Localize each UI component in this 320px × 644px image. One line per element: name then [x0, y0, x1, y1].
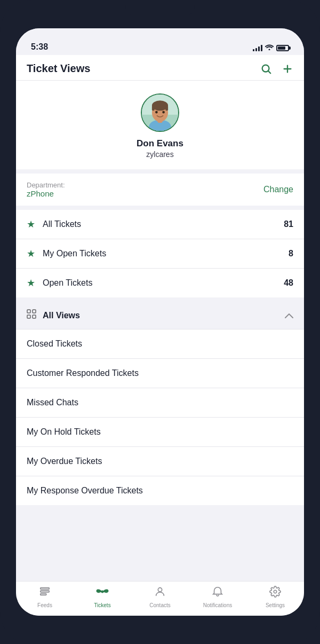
- view-item-closed-tickets[interactable]: Closed Tickets: [16, 329, 304, 359]
- notch: [125, 0, 195, 16]
- ticket-label-open: Open Tickets: [43, 278, 284, 288]
- all-views-label: All Views: [43, 311, 80, 320]
- svg-rect-20: [41, 594, 46, 595]
- ticket-item-all[interactable]: ★ All Tickets 81: [16, 210, 304, 239]
- tab-settings[interactable]: Settings: [246, 586, 304, 608]
- svg-line-1: [268, 71, 270, 73]
- profile-name: Don Evans: [137, 138, 183, 149]
- tab-bar: Feeds Tickets: [16, 581, 304, 616]
- department-value: zPhone: [27, 189, 65, 198]
- status-bar: 5:38: [16, 28, 304, 55]
- department-section: Department: zPhone Change: [16, 174, 304, 206]
- star-icon-my-open: ★: [27, 248, 35, 260]
- profile-org: zylcares: [146, 150, 173, 159]
- svg-rect-11: [165, 106, 168, 111]
- feeds-icon: [39, 586, 51, 601]
- contacts-icon: [154, 586, 166, 601]
- view-item-on-hold[interactable]: My On Hold Tickets: [16, 418, 304, 447]
- all-views-left: All Views: [27, 309, 80, 321]
- ticket-label-all: All Tickets: [43, 219, 284, 229]
- view-item-response-overdue[interactable]: My Response Overdue Tickets: [16, 476, 304, 505]
- add-button[interactable]: [282, 63, 293, 75]
- tab-label-settings: Settings: [266, 602, 285, 608]
- nav-bar: Ticket Views: [16, 55, 304, 81]
- ticket-count-open: 48: [284, 278, 293, 288]
- tab-tickets[interactable]: Tickets: [74, 586, 131, 608]
- notifications-icon: [212, 586, 223, 601]
- phone-shell: 5:38 Ticket Views: [0, 0, 320, 644]
- avatar: [141, 93, 179, 132]
- chevron-up-icon: [285, 311, 293, 320]
- svg-point-12: [155, 111, 158, 114]
- view-item-customer-responded[interactable]: Customer Responded Tickets: [16, 359, 304, 388]
- wifi-icon: [265, 44, 274, 52]
- svg-rect-10: [152, 106, 155, 111]
- star-icon-all: ★: [27, 218, 35, 230]
- search-button[interactable]: [260, 63, 272, 75]
- svg-point-21: [101, 591, 104, 593]
- tab-label-notifications: Notifications: [203, 602, 232, 608]
- ticket-list: ★ All Tickets 81 ★ My Open Tickets 8 ★ O…: [16, 210, 304, 297]
- status-time: 5:38: [31, 42, 48, 52]
- tickets-icon: [95, 586, 109, 601]
- content-area: Don Evans zylcares Department: zPhone Ch…: [16, 81, 304, 581]
- ticket-label-my-open: My Open Tickets: [43, 249, 289, 258]
- view-item-missed-chats[interactable]: Missed Chats: [16, 388, 304, 418]
- settings-icon: [269, 586, 281, 601]
- svg-rect-18: [41, 588, 50, 590]
- profile-section: Don Evans zylcares: [16, 81, 304, 169]
- svg-rect-17: [33, 315, 36, 318]
- avatar-image: [142, 95, 178, 131]
- svg-rect-19: [41, 591, 50, 592]
- ticket-item-my-open[interactable]: ★ My Open Tickets 8: [16, 239, 304, 269]
- ticket-item-open[interactable]: ★ Open Tickets 48: [16, 269, 304, 297]
- tab-feeds[interactable]: Feeds: [16, 586, 74, 608]
- change-department-button[interactable]: Change: [263, 185, 293, 194]
- tab-contacts[interactable]: Contacts: [131, 586, 189, 608]
- phone-screen: 5:38 Ticket Views: [16, 28, 304, 616]
- battery-icon: [276, 45, 289, 51]
- view-item-overdue[interactable]: My Overdue Tickets: [16, 447, 304, 476]
- department-info: Department: zPhone: [27, 181, 65, 198]
- status-icons: [253, 44, 289, 52]
- department-label: Department:: [27, 181, 65, 189]
- grid-icon: [27, 309, 36, 321]
- signal-icon: [253, 45, 262, 51]
- svg-point-22: [158, 588, 162, 592]
- ticket-count-my-open: 8: [289, 249, 293, 258]
- tab-label-tickets: Tickets: [94, 602, 110, 608]
- svg-rect-15: [33, 310, 36, 313]
- tab-label-feeds: Feeds: [37, 602, 52, 608]
- svg-point-13: [162, 111, 165, 114]
- svg-point-23: [274, 590, 277, 593]
- ticket-count-all: 81: [284, 219, 293, 229]
- all-views-header[interactable]: All Views: [16, 302, 304, 329]
- svg-rect-16: [27, 315, 30, 318]
- tab-notifications[interactable]: Notifications: [189, 586, 246, 608]
- page-title: Ticket Views: [27, 62, 90, 75]
- svg-rect-14: [27, 310, 30, 313]
- nav-actions: [260, 63, 293, 75]
- star-icon-open: ★: [27, 277, 35, 289]
- view-list: Closed Tickets Customer Responded Ticket…: [16, 329, 304, 505]
- tab-label-contacts: Contacts: [149, 602, 170, 608]
